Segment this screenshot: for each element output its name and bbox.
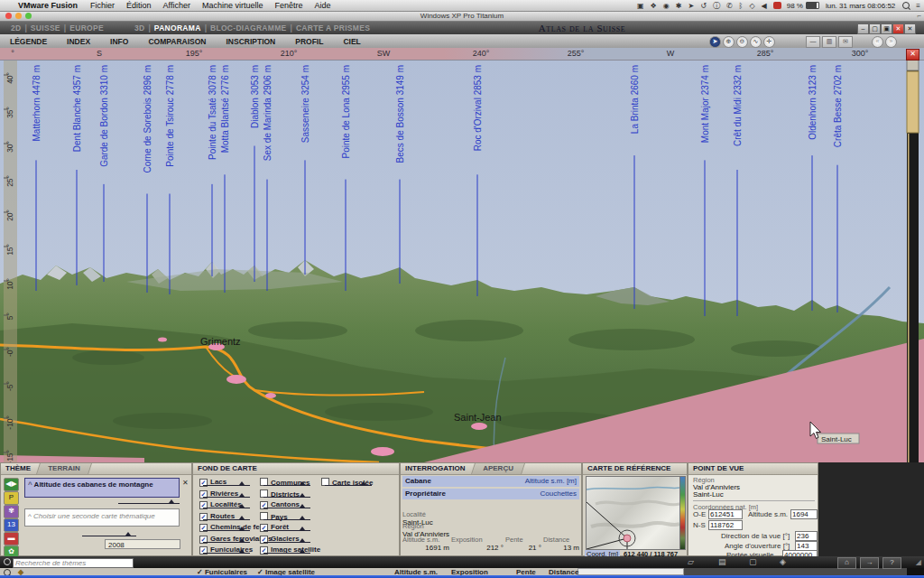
reference-map[interactable]	[586, 476, 680, 550]
vmware-status-icon[interactable]	[773, 2, 781, 9]
panorama-view[interactable]: Matterhorn 4478 mDent Blanche 4357 mGard…	[0, 60, 924, 462]
alt-field[interactable]: 1694	[790, 509, 818, 519]
direction-field[interactable]: 236	[795, 531, 818, 541]
theme-icon-2[interactable]: ✾	[4, 505, 19, 518]
mode-tab-bloc-diagramme[interactable]: BLOC-DIAGRAMME	[210, 23, 286, 33]
menu-tab-profil[interactable]: PROFIL	[295, 37, 323, 46]
theme-icon-1[interactable]: P	[4, 491, 19, 505]
mode-tab-3d[interactable]: 3D	[134, 23, 144, 33]
window-button-3[interactable]: ✕	[892, 23, 904, 34]
status-icon-10[interactable]: ◀	[762, 2, 767, 10]
layer-slider-lacs[interactable]	[203, 481, 250, 486]
layer-slider-cantons[interactable]	[263, 504, 310, 508]
nav-tool-4[interactable]: ✛	[763, 36, 775, 48]
window-button-1[interactable]: ▢	[869, 23, 881, 34]
menu-item-machinevirtuelle[interactable]: Machine virtuelle	[202, 1, 263, 10]
window-button-2[interactable]: ▣	[881, 23, 892, 34]
layer-slider-funiculaires[interactable]	[203, 549, 250, 554]
panorama-scrollbar[interactable]	[907, 60, 919, 462]
menu-tab-index[interactable]: INDEX	[67, 37, 90, 46]
status-icon-7[interactable]: ✆	[726, 2, 733, 10]
status-icon-3[interactable]: ✱	[676, 2, 682, 10]
layer-slider-glaciers[interactable]	[263, 538, 310, 543]
tab-apercu[interactable]: APERÇU	[471, 463, 525, 474]
status-icon-5[interactable]: ↺	[700, 2, 707, 10]
interrogation-row-1[interactable]: PropriétaireCouchettes	[402, 489, 579, 499]
layer-slider-localit-s[interactable]	[203, 504, 250, 508]
boxed-icon-0[interactable]: ⌂	[837, 557, 856, 569]
theme-search-input[interactable]: Recherche de thèmes	[13, 558, 134, 568]
menu-item-aide[interactable]: Aide	[314, 1, 330, 10]
darkbar-icon-2[interactable]: ▢	[749, 557, 757, 566]
mode-tab-suisse[interactable]: SUISSE	[31, 23, 60, 33]
status-icon-6[interactable]: ⓘ	[713, 2, 720, 10]
mode-tab-panorama[interactable]: PANORAMA	[154, 23, 201, 33]
view-tool-2[interactable]: ✉	[838, 36, 853, 48]
second-theme-select[interactable]: ^ Choisir une seconde carte thématique	[24, 508, 180, 527]
spotlight-icon[interactable]	[902, 2, 910, 9]
layer-slider-carte-isol-e[interactable]	[325, 481, 372, 486]
nav-tool-2[interactable]: ⊖	[736, 36, 748, 48]
mode-tab-2d[interactable]: 2D	[11, 23, 21, 33]
theme-icon-3[interactable]: 13	[4, 518, 19, 532]
status-icon-0[interactable]: ▣	[637, 2, 644, 10]
menu-tab-comparaison[interactable]: COMPARAISON	[148, 37, 206, 46]
nav-tool-0[interactable]: ➤	[709, 36, 721, 48]
tab-theme[interactable]: THÈME	[1, 463, 38, 474]
window-button-0[interactable]: –	[857, 23, 869, 34]
oe-field[interactable]: 612451	[708, 509, 743, 519]
window-button-4[interactable]: ✕	[904, 23, 916, 34]
boxed-icon-1[interactable]: →	[860, 557, 879, 569]
layer-slider-routes[interactable]	[203, 516, 250, 520]
status-icon-8[interactable]: ᛒ	[739, 2, 744, 10]
layer-slider-pays[interactable]	[263, 516, 310, 520]
interrogation-row-0[interactable]: CabaneAltitude s.m. [m]	[402, 476, 579, 487]
close-panorama-button[interactable]: ✕	[906, 49, 919, 61]
year-field[interactable]: 2008	[105, 539, 180, 549]
view-tool-0[interactable]: —	[806, 36, 820, 48]
page-tool-1[interactable]: »	[885, 36, 897, 48]
resize-grip-icon[interactable]: ◢	[916, 558, 921, 566]
theme-close-icon[interactable]: ✕	[182, 479, 189, 487]
layer-slider-gares-ferroviaires[interactable]	[203, 538, 250, 543]
view-tool-1[interactable]: ▥	[822, 36, 836, 48]
status-icon-4[interactable]: ➤	[688, 2, 694, 10]
darkbar-icon-0[interactable]: ▱	[688, 557, 694, 566]
darkbar-icon-3[interactable]: ◈	[780, 557, 786, 566]
mode-tab-europe[interactable]: EUROPE	[69, 23, 104, 33]
menu-tab-ciel[interactable]: CIEL	[343, 37, 360, 46]
year-slider[interactable]	[82, 532, 136, 536]
layer-slider-rivi-res[interactable]	[203, 493, 250, 498]
nav-tool-1[interactable]: ⊕	[723, 36, 735, 48]
layer-slider-for-t[interactable]	[263, 527, 310, 531]
page-tool-0[interactable]: «	[872, 36, 883, 48]
boxed-icon-2[interactable]: ?	[882, 557, 901, 569]
theme-icon-0[interactable]: ◀▶	[4, 478, 19, 491]
layer-slider-communes[interactable]	[263, 481, 310, 486]
menu-item-fentre[interactable]: Fenêtre	[274, 1, 302, 10]
notification-list-icon[interactable]: ≡	[916, 2, 920, 10]
theme-icon-4[interactable]: ▬	[4, 532, 19, 545]
mode-tab-carte-a-prismes[interactable]: CARTE A PRISMES	[296, 23, 370, 33]
nav-tool-3[interactable]: ∿	[750, 36, 762, 48]
menu-item-afficher[interactable]: Afficher	[163, 1, 190, 10]
vm-window-titlebar[interactable]: Windows XP Pro Titanium ⌐	[0, 11, 924, 22]
layer-slider-image-satellite[interactable]	[263, 549, 310, 554]
menu-tab-lgende[interactable]: LÉGENDE	[10, 37, 47, 46]
darkbar-icon-1[interactable]: ▤	[718, 557, 726, 566]
tab-interrogation[interactable]: INTERROGATION	[401, 463, 473, 474]
menu-item-dition[interactable]: Édition	[126, 1, 152, 10]
status-icon-9[interactable]: ◇	[749, 2, 754, 10]
status-icon-2[interactable]: ◉	[663, 2, 670, 10]
selected-theme-box[interactable]: ^ Altitude des cabanes de montagne	[24, 478, 180, 498]
menu-tab-info[interactable]: INFO	[110, 37, 128, 46]
layer-slider-districts[interactable]	[263, 493, 310, 498]
layer-slider-chemins-de-fer[interactable]	[203, 527, 250, 531]
menu-item-fichier[interactable]: Fichier	[90, 1, 115, 10]
ns-field[interactable]: 118762	[708, 520, 743, 530]
menu-tab-inscription[interactable]: INSCRIPTION	[226, 37, 275, 46]
menu-app-name[interactable]: VMware Fusion	[18, 1, 78, 10]
status-icon-1[interactable]: ❖	[651, 2, 657, 10]
menubar-clock[interactable]: lun. 31 mars 08:06:52	[826, 2, 895, 10]
tab-terrain[interactable]: TERRAIN	[36, 463, 91, 474]
